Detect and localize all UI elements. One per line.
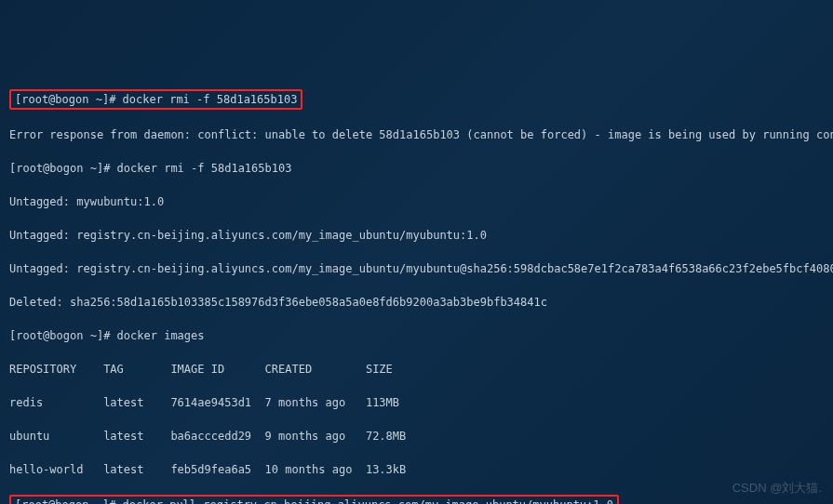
images1-row: redis latest 7614ae9453d1 7 months ago 1…	[9, 394, 824, 411]
output-untag3: Untagged: registry.cn-beijing.aliyuncs.c…	[9, 260, 824, 277]
cmd-rmi2[interactable]: docker rmi -f 58d1a165b103	[117, 162, 292, 175]
prompt: [root@bogon ~]#	[9, 162, 117, 175]
images1-row: ubuntu latest ba6acccedd29 9 months ago …	[9, 428, 824, 444]
prompt: [root@bogon ~]#	[9, 329, 117, 342]
prompt: [root@bogon ~]#	[15, 498, 123, 504]
images1-row: hello-world latest feb5d9fea6a5 10 month…	[9, 461, 824, 478]
cmd-images1[interactable]: docker images	[117, 329, 205, 342]
cmd-pull[interactable]: docker pull registry.cn-beijing.aliyuncs…	[123, 498, 613, 504]
output-untag2: Untagged: registry.cn-beijing.aliyuncs.c…	[9, 227, 824, 244]
images1-header: REPOSITORY TAG IMAGE ID CREATED SIZE	[9, 361, 824, 378]
output-deleted: Deleted: sha256:58d1a165b103385c158976d3…	[9, 294, 824, 311]
output-untag1: Untagged: mywubuntu:1.0	[9, 193, 824, 210]
cmd-rmi[interactable]: docker rmi -f 58d1a165b103	[123, 93, 298, 106]
watermark: CSDN @刘大猫.	[732, 479, 822, 497]
cmd-pull-highlight: [root@bogon ~]# docker pull registry.cn-…	[9, 495, 619, 504]
prompt: [root@bogon ~]#	[15, 93, 123, 106]
cmd-rmi-highlight: [root@bogon ~]# docker rmi -f 58d1a165b1…	[9, 89, 302, 110]
error-line: Error response from daemon: conflict: un…	[9, 126, 824, 143]
